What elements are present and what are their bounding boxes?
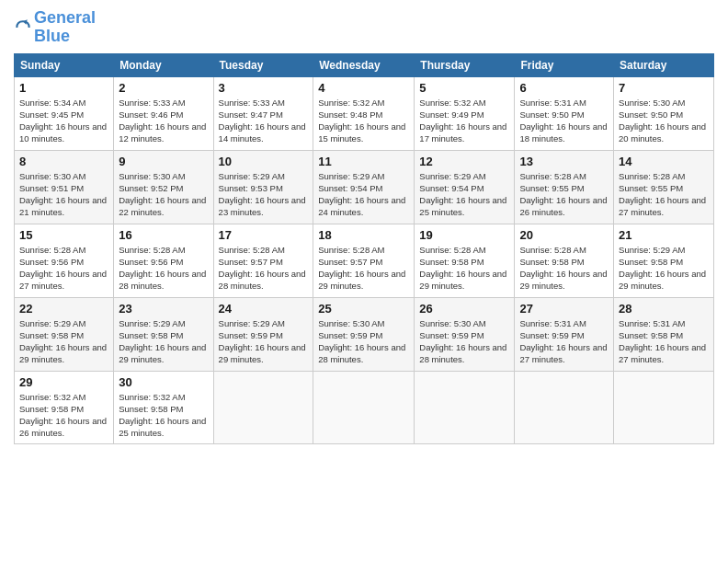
calendar-header-saturday: Saturday [614, 53, 714, 76]
day-info: Sunrise: 5:29 AM Sunset: 9:58 PM Dayligh… [19, 317, 108, 366]
calendar-cell: 15 Sunrise: 5:28 AM Sunset: 9:56 PM Dayl… [15, 224, 114, 297]
day-info: Sunrise: 5:28 AM Sunset: 9:57 PM Dayligh… [219, 244, 309, 293]
day-info: Sunrise: 5:28 AM Sunset: 9:58 PM Dayligh… [519, 244, 609, 293]
day-number: 16 [119, 228, 208, 242]
day-info: Sunrise: 5:31 AM Sunset: 9:50 PM Dayligh… [519, 97, 609, 145]
calendar-week-row-1: 1 Sunrise: 5:34 AM Sunset: 9:45 PM Dayli… [15, 76, 714, 150]
day-info: Sunrise: 5:29 AM Sunset: 9:53 PM Dayligh… [219, 170, 309, 219]
calendar-cell: 10 Sunrise: 5:29 AM Sunset: 9:53 PM Dayl… [213, 150, 313, 224]
day-number: 4 [318, 81, 409, 95]
day-number: 29 [19, 375, 108, 389]
page-header: General Blue [14, 9, 714, 46]
calendar-cell: 8 Sunrise: 5:30 AM Sunset: 9:51 PM Dayli… [15, 150, 114, 224]
day-info: Sunrise: 5:34 AM Sunset: 9:45 PM Dayligh… [19, 97, 108, 145]
day-number: 8 [19, 155, 108, 168]
calendar-cell: 17 Sunrise: 5:28 AM Sunset: 9:57 PM Dayl… [213, 224, 313, 297]
day-number: 26 [419, 302, 509, 316]
day-info: Sunrise: 5:32 AM Sunset: 9:58 PM Dayligh… [119, 391, 208, 440]
day-number: 13 [519, 155, 609, 168]
calendar-cell [415, 371, 515, 443]
logo: General Blue [14, 9, 96, 46]
day-number: 24 [219, 302, 309, 316]
day-info: Sunrise: 5:29 AM Sunset: 9:59 PM Dayligh… [219, 317, 309, 366]
calendar-cell: 11 Sunrise: 5:29 AM Sunset: 9:54 PM Dayl… [313, 150, 415, 224]
calendar-cell: 7 Sunrise: 5:30 AM Sunset: 9:50 PM Dayli… [614, 76, 714, 150]
calendar-header-friday: Friday [515, 53, 614, 76]
calendar-cell: 6 Sunrise: 5:31 AM Sunset: 9:50 PM Dayli… [515, 76, 614, 150]
day-info: Sunrise: 5:30 AM Sunset: 9:52 PM Dayligh… [119, 170, 208, 219]
calendar-cell: 21 Sunrise: 5:29 AM Sunset: 9:58 PM Dayl… [614, 224, 714, 297]
calendar-cell: 30 Sunrise: 5:32 AM Sunset: 9:58 PM Dayl… [114, 371, 213, 443]
calendar-cell: 23 Sunrise: 5:29 AM Sunset: 9:58 PM Dayl… [114, 297, 213, 371]
page-container: General Blue SundayMondayTuesdayWednesda… [0, 0, 728, 454]
calendar-cell: 24 Sunrise: 5:29 AM Sunset: 9:59 PM Dayl… [213, 297, 313, 371]
calendar-cell: 9 Sunrise: 5:30 AM Sunset: 9:52 PM Dayli… [114, 150, 213, 224]
calendar-week-row-3: 15 Sunrise: 5:28 AM Sunset: 9:56 PM Dayl… [15, 224, 714, 297]
day-number: 23 [119, 302, 208, 316]
day-number: 9 [119, 155, 208, 168]
day-info: Sunrise: 5:31 AM Sunset: 9:58 PM Dayligh… [619, 317, 709, 366]
day-number: 14 [619, 155, 709, 168]
day-number: 21 [619, 228, 709, 242]
day-number: 22 [19, 302, 108, 316]
day-info: Sunrise: 5:29 AM Sunset: 9:58 PM Dayligh… [119, 317, 208, 366]
day-number: 30 [119, 375, 208, 389]
day-number: 15 [19, 228, 108, 242]
day-info: Sunrise: 5:28 AM Sunset: 9:55 PM Dayligh… [519, 170, 609, 219]
calendar-header-wednesday: Wednesday [313, 53, 415, 76]
day-number: 27 [519, 302, 609, 316]
day-number: 5 [419, 81, 509, 95]
calendar-cell: 14 Sunrise: 5:28 AM Sunset: 9:55 PM Dayl… [614, 150, 714, 224]
calendar-table: SundayMondayTuesdayWednesdayThursdayFrid… [14, 53, 714, 444]
day-number: 10 [219, 155, 309, 168]
day-number: 18 [318, 228, 409, 242]
calendar-cell: 5 Sunrise: 5:32 AM Sunset: 9:49 PM Dayli… [415, 76, 515, 150]
calendar-header-monday: Monday [114, 53, 213, 76]
day-number: 28 [619, 302, 709, 316]
calendar-cell: 13 Sunrise: 5:28 AM Sunset: 9:55 PM Dayl… [515, 150, 614, 224]
day-number: 17 [219, 228, 309, 242]
calendar-cell: 12 Sunrise: 5:29 AM Sunset: 9:54 PM Dayl… [415, 150, 515, 224]
day-info: Sunrise: 5:32 AM Sunset: 9:48 PM Dayligh… [318, 97, 409, 145]
day-info: Sunrise: 5:30 AM Sunset: 9:59 PM Dayligh… [419, 317, 509, 366]
calendar-cell: 3 Sunrise: 5:33 AM Sunset: 9:47 PM Dayli… [213, 76, 313, 150]
day-number: 11 [318, 155, 409, 168]
day-number: 25 [318, 302, 409, 316]
day-info: Sunrise: 5:29 AM Sunset: 9:58 PM Dayligh… [619, 244, 709, 293]
calendar-cell: 29 Sunrise: 5:32 AM Sunset: 9:58 PM Dayl… [15, 371, 114, 443]
day-number: 7 [619, 81, 709, 95]
day-info: Sunrise: 5:33 AM Sunset: 9:47 PM Dayligh… [219, 97, 309, 145]
day-info: Sunrise: 5:30 AM Sunset: 9:59 PM Dayligh… [318, 317, 409, 366]
day-info: Sunrise: 5:30 AM Sunset: 9:51 PM Dayligh… [19, 170, 108, 219]
day-info: Sunrise: 5:29 AM Sunset: 9:54 PM Dayligh… [419, 170, 509, 219]
day-info: Sunrise: 5:30 AM Sunset: 9:50 PM Dayligh… [619, 97, 709, 145]
day-number: 3 [219, 81, 309, 95]
day-info: Sunrise: 5:28 AM Sunset: 9:57 PM Dayligh… [318, 244, 409, 293]
day-number: 12 [419, 155, 509, 168]
day-info: Sunrise: 5:28 AM Sunset: 9:55 PM Dayligh… [619, 170, 709, 219]
logo-text: General Blue [34, 9, 96, 46]
day-number: 1 [19, 81, 108, 95]
day-info: Sunrise: 5:29 AM Sunset: 9:54 PM Dayligh… [318, 170, 409, 219]
calendar-cell: 27 Sunrise: 5:31 AM Sunset: 9:59 PM Dayl… [515, 297, 614, 371]
day-info: Sunrise: 5:32 AM Sunset: 9:49 PM Dayligh… [419, 97, 509, 145]
calendar-cell: 26 Sunrise: 5:30 AM Sunset: 9:59 PM Dayl… [415, 297, 515, 371]
day-info: Sunrise: 5:31 AM Sunset: 9:59 PM Dayligh… [519, 317, 609, 366]
day-info: Sunrise: 5:32 AM Sunset: 9:58 PM Dayligh… [19, 391, 108, 440]
day-info: Sunrise: 5:28 AM Sunset: 9:56 PM Dayligh… [119, 244, 208, 293]
calendar-header-thursday: Thursday [415, 53, 515, 76]
calendar-cell: 28 Sunrise: 5:31 AM Sunset: 9:58 PM Dayl… [614, 297, 714, 371]
calendar-week-row-5: 29 Sunrise: 5:32 AM Sunset: 9:58 PM Dayl… [15, 371, 714, 443]
calendar-cell: 16 Sunrise: 5:28 AM Sunset: 9:56 PM Dayl… [114, 224, 213, 297]
calendar-week-row-2: 8 Sunrise: 5:30 AM Sunset: 9:51 PM Dayli… [15, 150, 714, 224]
calendar-cell: 4 Sunrise: 5:32 AM Sunset: 9:48 PM Dayli… [313, 76, 415, 150]
calendar-cell [213, 371, 313, 443]
day-number: 2 [119, 81, 208, 95]
calendar-cell [614, 371, 714, 443]
day-info: Sunrise: 5:28 AM Sunset: 9:56 PM Dayligh… [19, 244, 108, 293]
day-number: 20 [519, 228, 609, 242]
calendar-cell: 18 Sunrise: 5:28 AM Sunset: 9:57 PM Dayl… [313, 224, 415, 297]
day-number: 6 [519, 81, 609, 95]
calendar-cell: 22 Sunrise: 5:29 AM Sunset: 9:58 PM Dayl… [15, 297, 114, 371]
logo-icon [14, 18, 32, 37]
